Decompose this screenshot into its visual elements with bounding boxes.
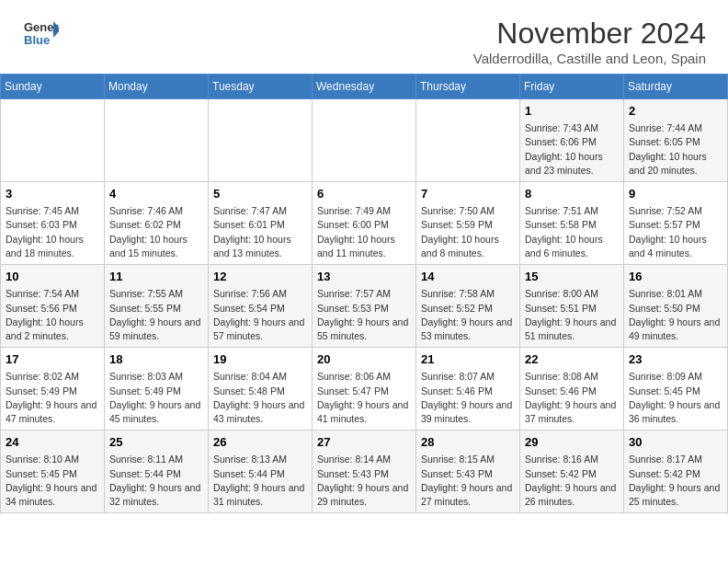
day-info: Sunrise: 7:47 AM Sunset: 6:01 PM Dayligh… [213,204,307,260]
day-number: 30 [629,434,722,451]
calendar-cell: 27Sunrise: 8:14 AM Sunset: 5:43 PM Dayli… [313,431,416,513]
calendar-cell: 7Sunrise: 7:50 AM Sunset: 5:59 PM Daylig… [416,182,520,265]
day-number: 6 [317,186,411,202]
calendar-cell: 11Sunrise: 7:55 AM Sunset: 5:55 PM Dayli… [105,265,209,348]
calendar-cell: 4Sunrise: 7:46 AM Sunset: 6:02 PM Daylig… [105,182,209,265]
day-number: 13 [317,269,411,285]
calendar-cell: 18Sunrise: 8:03 AM Sunset: 5:49 PM Dayli… [105,348,209,431]
day-info: Sunrise: 8:07 AM Sunset: 5:46 PM Dayligh… [421,370,515,426]
calendar-cell: 30Sunrise: 8:17 AM Sunset: 5:42 PM Dayli… [624,431,728,513]
logo-svg: General Blue [22,17,59,53]
day-number: 14 [421,269,515,285]
day-number: 20 [317,351,411,368]
day-info: Sunrise: 8:15 AM Sunset: 5:43 PM Dayligh… [421,453,515,509]
day-number: 24 [6,434,99,451]
day-info: Sunrise: 8:03 AM Sunset: 5:49 PM Dayligh… [109,370,203,426]
day-number: 17 [6,351,99,368]
col-header-monday: Monday [105,75,209,99]
calendar-cell: 6Sunrise: 7:49 AM Sunset: 6:00 PM Daylig… [313,182,416,265]
calendar-cell [313,99,416,182]
day-info: Sunrise: 8:14 AM Sunset: 5:43 PM Dayligh… [317,453,411,509]
day-number: 5 [213,186,307,202]
svg-text:Blue: Blue [24,33,50,47]
calendar-cell: 1Sunrise: 7:43 AM Sunset: 6:06 PM Daylig… [520,99,624,182]
calendar-table: SundayMondayTuesdayWednesdayThursdayFrid… [0,74,728,513]
day-info: Sunrise: 7:49 AM Sunset: 6:00 PM Dayligh… [317,204,411,260]
month-title: November 2024 [473,17,706,51]
logo: General Blue [22,17,59,53]
calendar-cell [1,99,105,182]
day-number: 10 [6,269,99,285]
day-info: Sunrise: 7:55 AM Sunset: 5:55 PM Dayligh… [109,287,203,343]
day-info: Sunrise: 7:46 AM Sunset: 6:02 PM Dayligh… [109,204,203,260]
calendar-cell: 25Sunrise: 8:11 AM Sunset: 5:44 PM Dayli… [105,431,209,513]
day-info: Sunrise: 8:16 AM Sunset: 5:42 PM Dayligh… [525,453,619,509]
calendar-cell [209,99,313,182]
day-info: Sunrise: 8:04 AM Sunset: 5:48 PM Dayligh… [213,370,307,426]
day-number: 1 [525,103,619,120]
calendar-cell: 13Sunrise: 7:57 AM Sunset: 5:53 PM Dayli… [313,265,416,348]
calendar-cell: 28Sunrise: 8:15 AM Sunset: 5:43 PM Dayli… [416,431,520,513]
day-number: 11 [109,269,203,285]
calendar-cell: 10Sunrise: 7:54 AM Sunset: 5:56 PM Dayli… [1,265,105,348]
calendar-cell: 5Sunrise: 7:47 AM Sunset: 6:01 PM Daylig… [209,182,313,265]
calendar-cell: 24Sunrise: 8:10 AM Sunset: 5:45 PM Dayli… [1,431,105,513]
col-header-wednesday: Wednesday [313,75,416,99]
col-header-tuesday: Tuesday [209,75,313,99]
day-number: 18 [109,351,203,368]
col-header-saturday: Saturday [624,75,728,99]
calendar-cell: 9Sunrise: 7:52 AM Sunset: 5:57 PM Daylig… [624,182,728,265]
day-info: Sunrise: 8:09 AM Sunset: 5:45 PM Dayligh… [629,370,722,426]
day-number: 2 [629,103,722,120]
day-info: Sunrise: 8:11 AM Sunset: 5:44 PM Dayligh… [109,453,203,509]
calendar-cell [105,99,209,182]
day-info: Sunrise: 8:06 AM Sunset: 5:47 PM Dayligh… [317,370,411,426]
title-area: November 2024 Valderrodilla, Castille an… [473,17,706,66]
calendar-cell: 23Sunrise: 8:09 AM Sunset: 5:45 PM Dayli… [624,348,728,431]
day-info: Sunrise: 7:44 AM Sunset: 6:05 PM Dayligh… [629,121,722,178]
day-info: Sunrise: 7:57 AM Sunset: 5:53 PM Dayligh… [317,287,411,343]
day-info: Sunrise: 8:02 AM Sunset: 5:49 PM Dayligh… [6,370,99,426]
day-info: Sunrise: 8:00 AM Sunset: 5:51 PM Dayligh… [525,287,619,343]
day-info: Sunrise: 8:01 AM Sunset: 5:50 PM Dayligh… [629,287,722,343]
day-number: 7 [421,186,515,202]
day-number: 26 [213,434,307,451]
calendar-cell: 21Sunrise: 8:07 AM Sunset: 5:46 PM Dayli… [416,348,520,431]
day-number: 27 [317,434,411,451]
day-number: 9 [629,186,722,202]
day-info: Sunrise: 7:52 AM Sunset: 5:57 PM Dayligh… [629,204,722,260]
day-info: Sunrise: 7:45 AM Sunset: 6:03 PM Dayligh… [6,204,99,260]
col-header-sunday: Sunday [1,75,105,99]
day-number: 3 [6,186,99,202]
col-header-friday: Friday [520,75,624,99]
day-number: 12 [213,269,307,285]
day-number: 25 [109,434,203,451]
day-number: 22 [525,351,619,368]
col-header-thursday: Thursday [416,75,520,99]
day-info: Sunrise: 7:54 AM Sunset: 5:56 PM Dayligh… [6,287,99,343]
day-number: 16 [629,269,722,285]
day-number: 29 [525,434,619,451]
calendar-cell: 22Sunrise: 8:08 AM Sunset: 5:46 PM Dayli… [520,348,624,431]
calendar-cell: 8Sunrise: 7:51 AM Sunset: 5:58 PM Daylig… [520,182,624,265]
day-info: Sunrise: 8:13 AM Sunset: 5:44 PM Dayligh… [213,453,307,509]
day-info: Sunrise: 8:08 AM Sunset: 5:46 PM Dayligh… [525,370,619,426]
day-number: 19 [213,351,307,368]
day-number: 15 [525,269,619,285]
day-info: Sunrise: 7:50 AM Sunset: 5:59 PM Dayligh… [421,204,515,260]
calendar-cell: 29Sunrise: 8:16 AM Sunset: 5:42 PM Dayli… [520,431,624,513]
calendar-cell: 12Sunrise: 7:56 AM Sunset: 5:54 PM Dayli… [209,265,313,348]
calendar-cell: 15Sunrise: 8:00 AM Sunset: 5:51 PM Dayli… [520,265,624,348]
day-info: Sunrise: 7:56 AM Sunset: 5:54 PM Dayligh… [213,287,307,343]
calendar-cell: 2Sunrise: 7:44 AM Sunset: 6:05 PM Daylig… [624,99,728,182]
day-info: Sunrise: 7:51 AM Sunset: 5:58 PM Dayligh… [525,204,619,260]
location-subtitle: Valderrodilla, Castille and Leon, Spain [473,51,706,66]
calendar-cell: 26Sunrise: 8:13 AM Sunset: 5:44 PM Dayli… [209,431,313,513]
calendar-cell: 19Sunrise: 8:04 AM Sunset: 5:48 PM Dayli… [209,348,313,431]
day-number: 8 [525,186,619,202]
day-number: 23 [629,351,722,368]
calendar-cell: 14Sunrise: 7:58 AM Sunset: 5:52 PM Dayli… [416,265,520,348]
page-header: General Blue November 2024 Valderrodilla… [0,0,728,74]
day-number: 4 [109,186,203,202]
calendar-cell: 17Sunrise: 8:02 AM Sunset: 5:49 PM Dayli… [1,348,105,431]
